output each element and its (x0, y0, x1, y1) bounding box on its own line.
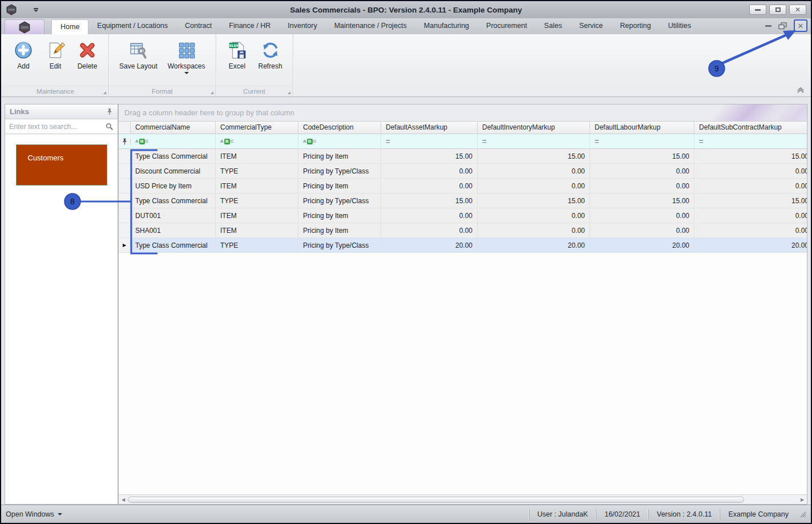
grid-cell[interactable]: 15.00 (694, 194, 807, 208)
tab-home[interactable]: Home (51, 19, 88, 34)
window-close-highlight-box[interactable]: ✕ (794, 19, 807, 32)
column-header-codedescription[interactable]: CodeDescription (298, 122, 381, 134)
filter-cell-defaultinventorymarkup[interactable]: = (478, 134, 590, 148)
column-header-defaultassetmarkup[interactable]: DefaultAssetMarkup (381, 122, 478, 134)
table-row[interactable]: USD Price by ItemITEMPricing by Item0.00… (119, 179, 807, 194)
open-windows-button[interactable]: Open Windows (6, 510, 62, 518)
grid-cell[interactable]: 0.00 (478, 208, 590, 223)
resize-grip[interactable] (799, 510, 806, 518)
delete-button[interactable]: Delete (73, 39, 102, 71)
grid-cell[interactable]: 0.00 (478, 179, 590, 193)
grid-cell[interactable]: TYPE (216, 194, 298, 208)
column-header-defaultsubcontractmarkup[interactable]: DefaultSubContractMarkup (694, 122, 807, 134)
grid-cell[interactable]: SHA001 (131, 223, 216, 237)
grid-cell[interactable]: TYPE (216, 238, 298, 252)
grid-cell[interactable]: 0.00 (590, 208, 694, 223)
grid-cell[interactable]: Pricing by Item (298, 223, 381, 237)
filter-cell-defaultassetmarkup[interactable]: = (381, 134, 478, 148)
grid-cell[interactable]: Discount Commercial (131, 164, 216, 178)
tab-equipment-locations[interactable]: Equipment / Locations (88, 18, 176, 34)
grid-cell[interactable]: 20.00 (694, 238, 807, 252)
grid-cell[interactable]: 15.00 (478, 194, 590, 208)
grid-cell[interactable]: Type Class Commercial (131, 194, 216, 208)
grid-cell[interactable]: 15.00 (381, 194, 478, 208)
table-row[interactable]: DUT001ITEMPricing by Item0.000.000.000.0… (119, 208, 807, 223)
tab-reporting[interactable]: Reporting (612, 18, 660, 34)
scrollbar-thumb[interactable] (128, 497, 744, 503)
filter-cell-defaultsubcontractmarkup[interactable]: = (694, 134, 807, 148)
tab-procurement[interactable]: Procurement (478, 18, 536, 34)
float-window-icon[interactable] (778, 22, 787, 30)
column-header-commercialname[interactable]: CommercialName (131, 122, 216, 134)
search-input[interactable] (9, 123, 106, 131)
grid-cell[interactable]: TYPE (216, 164, 298, 178)
grid-cell[interactable]: 0.00 (381, 164, 478, 178)
tab-inventory[interactable]: Inventory (279, 18, 325, 34)
table-row[interactable]: Discount CommercialTYPEPricing by Type/C… (119, 164, 807, 179)
excel-button[interactable]: XLSX Excel (223, 39, 252, 71)
maximize-button[interactable] (769, 5, 786, 15)
grid-cell[interactable]: 0.00 (694, 179, 807, 193)
filter-cell-commercialname[interactable]: ABC (131, 134, 216, 148)
grid-cell[interactable]: 0.00 (694, 164, 807, 178)
group-dialog-launcher-icon[interactable] (211, 91, 213, 94)
grid-cell[interactable]: ITEM (216, 208, 298, 223)
grid-cell[interactable]: 0.00 (590, 179, 694, 193)
grid-cell[interactable]: 0.00 (381, 208, 478, 223)
grid-cell[interactable]: Pricing by Type/Class (298, 164, 381, 178)
grid-cell[interactable]: 15.00 (694, 149, 807, 163)
application-menu-button[interactable] (5, 19, 45, 34)
grid-cell[interactable]: 15.00 (478, 149, 590, 163)
grid-cell[interactable]: 0.00 (590, 223, 694, 237)
grid-cell[interactable]: Type Class Commercial (131, 238, 216, 252)
group-dialog-launcher-icon[interactable] (288, 91, 290, 94)
table-row[interactable]: Type Class CommercialTYPEPricing by Type… (119, 194, 807, 208)
scroll-left-icon[interactable]: ◀ (120, 497, 126, 502)
quick-access-dropdown-icon[interactable] (33, 8, 39, 12)
grid-cell[interactable]: Pricing by Item (298, 179, 381, 193)
minimize-button[interactable] (749, 5, 766, 15)
edit-button[interactable]: Edit (41, 39, 70, 71)
grid-cell[interactable]: 20.00 (478, 238, 590, 252)
grid-cell[interactable]: USD Price by Item (131, 179, 216, 193)
table-row[interactable]: ▶Type Class CommercialTYPEPricing by Typ… (119, 238, 807, 253)
table-row[interactable]: Type Class CommercialITEMPricing by Item… (119, 149, 807, 164)
tab-manufacturing[interactable]: Manufacturing (415, 18, 478, 34)
table-row[interactable]: SHA001ITEMPricing by Item0.000.000.000.0… (119, 223, 807, 238)
horizontal-scrollbar[interactable]: ◀ ▶ (119, 494, 807, 504)
tab-service[interactable]: Service (571, 18, 612, 34)
tab-finance-hr[interactable]: Finance / HR (220, 18, 279, 34)
grid-cell[interactable]: DUT001 (131, 208, 216, 223)
grid-cell[interactable]: 0.00 (694, 223, 807, 237)
add-button[interactable]: Add (9, 39, 38, 71)
column-header-defaultinventorymarkup[interactable]: DefaultInventoryMarkup (478, 122, 590, 134)
tab-utilities[interactable]: Utilities (660, 18, 700, 34)
grid-cell[interactable]: 15.00 (590, 149, 694, 163)
column-header-defaultlabourmarkup[interactable]: DefaultLabourMarkup (590, 122, 694, 134)
grid-cell[interactable]: 0.00 (694, 208, 807, 223)
grid-cell[interactable]: 20.00 (381, 238, 478, 252)
filter-cell-codedescription[interactable]: ABC (298, 134, 381, 148)
group-dialog-launcher-icon[interactable] (103, 91, 106, 94)
grid-cell[interactable]: ITEM (216, 149, 298, 163)
tab-contract[interactable]: Contract (176, 18, 220, 34)
grid-cell[interactable]: 0.00 (381, 223, 478, 237)
grid-cell[interactable]: 0.00 (478, 223, 590, 237)
grid-cell[interactable]: Pricing by Type/Class (298, 194, 381, 208)
tab-maintenance-projects[interactable]: Maintenance / Projects (326, 18, 415, 34)
grid-cell[interactable]: 0.00 (381, 179, 478, 193)
grid-cell[interactable]: ITEM (216, 223, 298, 237)
grid-cell[interactable]: 0.00 (478, 164, 590, 178)
ribbon-minimize-icon[interactable] (765, 25, 771, 27)
grid-cell[interactable]: Type Class Commercial (131, 149, 216, 163)
filter-cell-defaultlabourmarkup[interactable]: = (590, 134, 694, 148)
grid-cell[interactable]: Pricing by Item (298, 149, 381, 163)
sidebar-link-customers[interactable]: Customers (16, 144, 107, 186)
refresh-button[interactable]: Refresh (255, 39, 286, 71)
scroll-right-icon[interactable]: ▶ (799, 497, 805, 502)
grid-cell[interactable]: 0.00 (590, 164, 694, 178)
grid-cell[interactable]: Pricing by Item (298, 208, 381, 223)
grid-cell[interactable]: 20.00 (590, 238, 694, 252)
filter-cell-commercialtype[interactable]: ABC (216, 134, 298, 148)
tab-sales[interactable]: Sales (536, 18, 571, 34)
